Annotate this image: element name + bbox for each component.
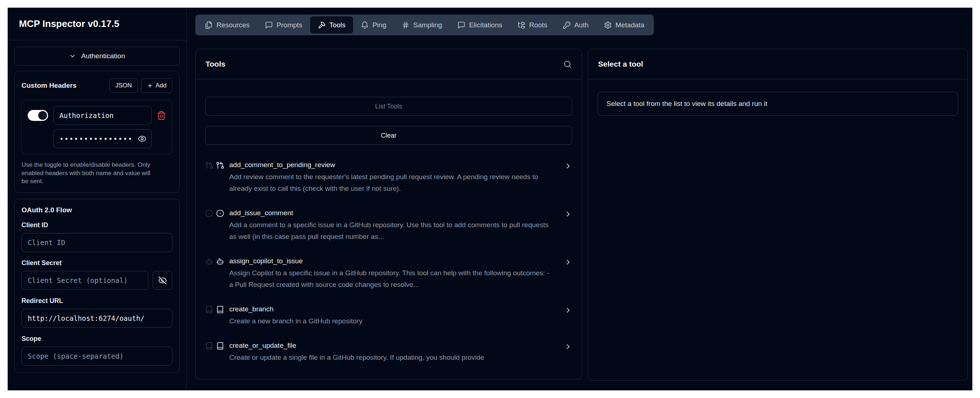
tool-row-add-comment-to-pending-review[interactable]: add_comment_to_pending_review Add review… — [205, 161, 572, 195]
repo-book-icon — [216, 306, 224, 314]
toggle-knob — [38, 111, 47, 120]
tab-auth[interactable]: Auth — [555, 16, 596, 33]
tool-name: add_comment_to_pending_review — [229, 161, 564, 169]
tab-label: Sampling — [413, 21, 442, 29]
top-nav-tabs: Resources Prompts Tools Ping Sampling El… — [195, 14, 654, 35]
tool-name: create_branch — [229, 305, 564, 313]
tool-name: add_issue_comment — [229, 209, 564, 217]
repo-book-icon — [216, 342, 224, 350]
empty-state-message: Select a tool from the list to view its … — [598, 92, 958, 116]
eye-off-icon — [158, 276, 167, 285]
tab-label: Resources — [216, 21, 250, 29]
header-entry-group — [22, 100, 172, 154]
header-enabled-toggle[interactable] — [28, 110, 48, 121]
bell-icon — [361, 21, 369, 29]
scope-label: Scope — [22, 335, 172, 343]
tab-ping[interactable]: Ping — [353, 16, 394, 33]
message-square-icon — [457, 21, 465, 29]
tab-sampling[interactable]: Sampling — [394, 16, 450, 33]
sidebar: MCP Inspector v0.17.5 Authentication Cus… — [8, 8, 186, 390]
json-button[interactable]: JSON — [109, 78, 137, 93]
header-name-input[interactable] — [53, 106, 152, 125]
tab-tools[interactable]: Tools — [310, 16, 353, 33]
authentication-label: Authentication — [81, 52, 125, 60]
key-icon — [563, 21, 571, 29]
hash-icon — [402, 21, 410, 29]
tab-label: Metadata — [616, 21, 644, 29]
folder-tree-icon — [517, 21, 525, 29]
chevron-right-icon — [564, 162, 572, 170]
copilot-bot-icon — [205, 257, 213, 265]
custom-headers-card: Custom Headers JSON Add — [14, 71, 180, 193]
files-icon — [205, 21, 213, 29]
git-pull-request-icon — [216, 161, 224, 169]
gear-icon — [604, 21, 612, 29]
tab-metadata[interactable]: Metadata — [596, 16, 652, 33]
tab-label: Prompts — [277, 21, 302, 29]
tab-label: Tools — [329, 21, 345, 29]
search-icon[interactable] — [563, 60, 572, 68]
client-id-label: Client ID — [22, 221, 172, 229]
tab-label: Auth — [574, 21, 589, 29]
sidebar-body: Authentication Custom Headers JSON Add — [8, 40, 186, 390]
tab-resources[interactable]: Resources — [197, 16, 257, 33]
oauth-flow-title: OAuth 2.0 Flow — [22, 206, 172, 214]
show-header-value-button[interactable] — [138, 134, 146, 143]
copilot-bot-icon — [216, 257, 224, 265]
plus-icon — [147, 82, 153, 89]
tool-row-create-or-update-file[interactable]: create_or_update_file Create or update a… — [205, 342, 572, 363]
delete-header-button[interactable] — [157, 111, 166, 120]
tool-description: Create a new branch in a GitHub reposito… — [229, 316, 550, 327]
tool-description: Add review comment to the requester's la… — [229, 171, 550, 195]
tool-row-create-branch[interactable]: create_branch Create a new branch in a G… — [205, 305, 572, 327]
tool-name: create_or_update_file — [229, 342, 564, 350]
tool-list: add_comment_to_pending_review Add review… — [205, 161, 572, 363]
tab-label: Ping — [372, 21, 386, 29]
client-id-input[interactable] — [22, 233, 172, 252]
chevron-down-icon — [69, 52, 76, 60]
json-button-label: JSON — [115, 82, 132, 89]
main-area: Resources Prompts Tools Ping Sampling El… — [186, 8, 972, 390]
tab-label: Elicitations — [469, 21, 502, 29]
oauth-flow-card: OAuth 2.0 Flow Client ID Client Secret R… — [14, 199, 180, 373]
show-client-secret-button[interactable] — [153, 271, 172, 290]
tab-elicitations[interactable]: Elicitations — [450, 16, 510, 33]
list-tools-button[interactable]: List Tools — [205, 97, 572, 116]
hammer-icon — [318, 21, 326, 29]
redirect-url-label: Redirect URL — [22, 297, 172, 305]
tool-description: Create or update a single file in a GitH… — [229, 352, 550, 363]
clear-button[interactable]: Clear — [205, 126, 572, 145]
mcp-inspector-app: MCP Inspector v0.17.5 Authentication Cus… — [8, 8, 972, 390]
scope-input[interactable] — [22, 347, 172, 366]
chevron-right-icon — [564, 258, 572, 266]
authentication-collapse-button[interactable]: Authentication — [14, 47, 180, 65]
chevron-right-icon — [564, 343, 572, 350]
tab-prompts[interactable]: Prompts — [257, 16, 310, 33]
repo-book-icon — [205, 306, 213, 314]
message-square-icon — [265, 21, 273, 29]
tool-description: Add a comment to a specific issue in a G… — [229, 219, 550, 243]
chevron-right-icon — [564, 306, 572, 314]
tool-row-assign-copilot-to-issue[interactable]: assign_copilot_to_issue Assign Copilot t… — [205, 257, 572, 290]
issue-circle-dot-icon — [205, 209, 213, 217]
header-value-input[interactable] — [53, 129, 152, 148]
client-secret-label: Client Secret — [22, 259, 172, 267]
client-secret-input[interactable] — [22, 271, 148, 290]
tool-detail-panel: Select a tool Select a tool from the lis… — [588, 49, 968, 381]
add-header-button[interactable]: Add — [141, 78, 172, 93]
custom-headers-helper-text: Use the toggle to enable/disable headers… — [22, 161, 157, 186]
git-pull-request-icon — [205, 161, 213, 169]
issue-circle-dot-icon — [216, 209, 224, 217]
tool-row-add-issue-comment[interactable]: add_issue_comment Add a comment to a spe… — [205, 209, 572, 243]
tab-label: Roots — [529, 21, 547, 29]
tool-description: Assign Copilot to a specific issue in a … — [229, 267, 550, 290]
chevron-right-icon — [564, 210, 572, 218]
custom-headers-title: Custom Headers — [22, 82, 76, 90]
eye-icon — [138, 134, 146, 143]
repo-book-icon — [205, 342, 213, 350]
redirect-url-input[interactable] — [22, 309, 172, 328]
tab-roots[interactable]: Roots — [510, 16, 555, 33]
tools-panel-title: Tools — [205, 60, 225, 68]
tool-name: assign_copilot_to_issue — [229, 257, 564, 265]
app-title: MCP Inspector v0.17.5 — [8, 8, 186, 40]
